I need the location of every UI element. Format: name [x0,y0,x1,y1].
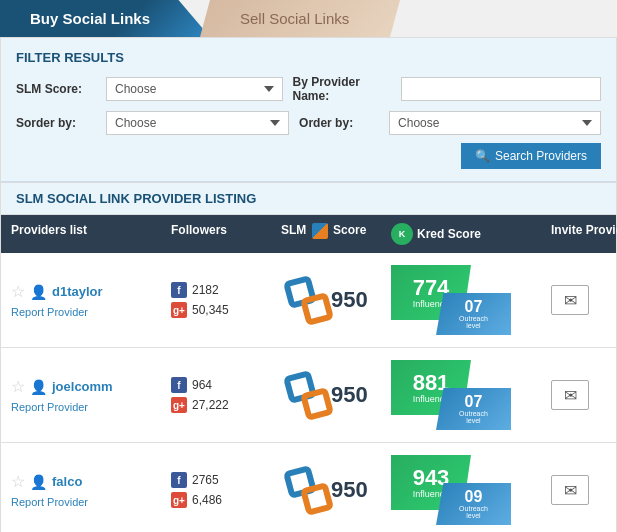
provider-name-col: ☆ 👤 joelcomm Report Provider [6,377,166,413]
search-btn-label: Search Providers [495,149,587,163]
provider-name-link[interactable]: d1taylor [52,284,103,299]
fb-count: 964 [192,378,212,392]
header-providers: Providers list [6,223,166,245]
facebook-followers: f 964 [171,377,271,393]
facebook-icon: f [171,282,187,298]
googleplus-icon: g+ [171,397,187,413]
kred-score-col: 881 Influence 07 Outreachlevel [386,360,546,430]
invite-provider-button[interactable]: ✉ [551,285,589,315]
slm-score-number: 950 [331,382,368,408]
chain-link-2 [300,481,334,515]
fb-count: 2765 [192,473,219,487]
report-provider-link[interactable]: Report Provider [11,496,161,508]
provider-name-link[interactable]: joelcomm [52,379,113,394]
kred-outreach-label: Outreachlevel [459,505,488,519]
kred-badge: 774 Influence 07 Outreachlevel [391,265,511,335]
provider-list: ☆ 👤 d1taylor Report Provider f 2182 g+ 5… [1,253,616,532]
slm-score-select[interactable]: Choose [106,77,283,101]
kred-outreach-badge: 07 Outreachlevel [436,293,511,335]
report-provider-link[interactable]: Report Provider [11,306,161,318]
invite-col: ✉ [546,475,617,505]
kred-outreach-badge: 09 Outreachlevel [436,483,511,525]
name-icons: ☆ 👤 d1taylor [11,282,161,301]
tab-buy[interactable]: Buy Social Links [0,0,210,37]
star-icon[interactable]: ☆ [11,377,25,396]
provider-name-col: ☆ 👤 d1taylor Report Provider [6,282,166,318]
gp-count: 27,222 [192,398,229,412]
kred-score-col: 774 Influence 07 Outreachlevel [386,265,546,335]
googleplus-followers: g+ 50,345 [171,302,271,318]
slm-score-number: 950 [331,477,368,503]
kred-badge: 943 Influence 09 Outreachlevel [391,455,511,525]
mail-icon: ✉ [564,386,577,405]
facebook-icon: f [171,377,187,393]
header-kred: K Kred Score [386,223,546,245]
header-invite: Invite Provider [546,223,617,245]
mail-icon: ✉ [564,481,577,500]
search-row: 🔍 Search Providers [16,143,601,169]
tab-bar: Buy Social Links Sell Social Links [0,0,617,37]
report-provider-link[interactable]: Report Provider [11,401,161,413]
slm-score-col: 950 [276,368,386,423]
facebook-followers: f 2182 [171,282,271,298]
order-label: Order by: [299,116,379,130]
table-row: ☆ 👤 d1taylor Report Provider f 2182 g+ 5… [1,253,616,348]
slm-icon [312,223,328,239]
slm-label: SLM Score: [16,82,96,96]
star-icon[interactable]: ☆ [11,472,25,491]
user-icon: 👤 [30,379,47,395]
table-header: Providers list Followers SLM Score K Kre… [1,215,616,253]
filter-title: FILTER RESULTS [16,50,601,65]
followers-col: f 964 g+ 27,222 [166,377,276,413]
kred-outreach-number: 07 [465,394,483,410]
main-content: FILTER RESULTS SLM Score: Choose By Prov… [0,37,617,532]
star-icon[interactable]: ☆ [11,282,25,301]
googleplus-followers: g+ 27,222 [171,397,271,413]
chain-link-2 [300,291,334,325]
kred-outreach-label: Outreachlevel [459,410,488,424]
slm-chain-icon [281,463,336,518]
tab-sell[interactable]: Sell Social Links [200,0,400,37]
slm-score-col: 950 [276,463,386,518]
provider-name-label: By Provider Name: [293,75,392,103]
filter-row-1: SLM Score: Choose By Provider Name: [16,75,601,103]
table-row: ☆ 👤 joelcomm Report Provider f 964 g+ 27… [1,348,616,443]
chain-link-2 [300,386,334,420]
filter-row-2: Sorder by: Choose Order by: Choose [16,111,601,135]
googleplus-icon: g+ [171,302,187,318]
user-icon: 👤 [30,284,47,300]
followers-col: f 2182 g+ 50,345 [166,282,276,318]
name-icons: ☆ 👤 falco [11,472,161,491]
kred-outreach-label: Outreachlevel [459,315,488,329]
name-icons: ☆ 👤 joelcomm [11,377,161,396]
provider-name-link[interactable]: falco [52,474,82,489]
kred-outreach-badge: 07 Outreachlevel [436,388,511,430]
sorder-label: Sorder by: [16,116,96,130]
order-select[interactable]: Choose [389,111,601,135]
invite-col: ✉ [546,285,617,315]
kred-outreach-number: 07 [465,299,483,315]
provider-name-input[interactable] [401,77,601,101]
fb-count: 2182 [192,283,219,297]
kred-score-col: 943 Influence 09 Outreachlevel [386,455,546,525]
mail-icon: ✉ [564,291,577,310]
sorder-select[interactable]: Choose [106,111,289,135]
header-slm: SLM Score [276,223,386,245]
invite-col: ✉ [546,380,617,410]
table-row: ☆ 👤 falco Report Provider f 2765 g+ 6,48… [1,443,616,532]
search-providers-button[interactable]: 🔍 Search Providers [461,143,601,169]
followers-col: f 2765 g+ 6,486 [166,472,276,508]
provider-name-col: ☆ 👤 falco Report Provider [6,472,166,508]
filter-section: FILTER RESULTS SLM Score: Choose By Prov… [1,38,616,182]
invite-provider-button[interactable]: ✉ [551,475,589,505]
facebook-icon: f [171,472,187,488]
slm-score-col: 950 [276,273,386,328]
kred-logo-icon: K [391,223,413,245]
slm-chain-icon [281,273,336,328]
gp-count: 6,486 [192,493,222,507]
gp-count: 50,345 [192,303,229,317]
invite-provider-button[interactable]: ✉ [551,380,589,410]
kred-outreach-number: 09 [465,489,483,505]
slm-score-number: 950 [331,287,368,313]
slm-chain-icon [281,368,336,423]
